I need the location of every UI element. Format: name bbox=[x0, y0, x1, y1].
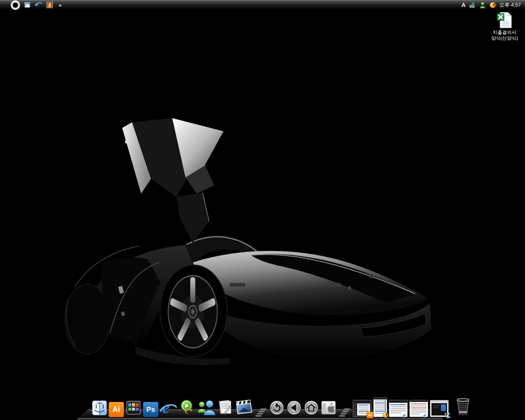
minimized-browser-window-2[interactable]: e bbox=[409, 400, 428, 417]
illustrator-label: Ai bbox=[113, 405, 120, 414]
minimized-illustrator-window[interactable]: Ai bbox=[353, 400, 372, 417]
desktop: e » A bbox=[0, 0, 525, 420]
trash-icon[interactable] bbox=[454, 397, 472, 417]
power-button-icon[interactable] bbox=[269, 400, 285, 417]
dock: Ai Ps e bbox=[92, 397, 472, 417]
internet-explorer-icon[interactable]: e bbox=[35, 1, 42, 9]
ime-indicator[interactable]: A bbox=[461, 2, 466, 8]
adobe-illustrator-icon[interactable]: Ai bbox=[109, 402, 124, 417]
dock-separator-stairs bbox=[339, 408, 350, 417]
minimized-browser-window-1[interactable]: e bbox=[389, 400, 408, 417]
orange-ball-status-icon[interactable] bbox=[489, 1, 496, 9]
msn-badge-icon bbox=[444, 412, 450, 418]
text-document-icon[interactable] bbox=[217, 399, 234, 417]
taskbar-clock[interactable]: 오후 4:57 bbox=[499, 2, 521, 9]
ie-badge-icon: e bbox=[423, 412, 430, 418]
adobe-photoshop-icon[interactable]: Ps bbox=[143, 402, 158, 417]
safely-remove-hardware-icon[interactable] bbox=[468, 1, 476, 9]
desktop-icon-excel-file[interactable]: 지출결의서 양식(신양식) bbox=[486, 11, 523, 41]
finder-icon[interactable] bbox=[92, 400, 107, 417]
illustrator-badge-icon: Ai bbox=[367, 412, 373, 418]
movie-clapper-icon[interactable] bbox=[235, 399, 253, 417]
ie-badge-icon: e bbox=[403, 412, 409, 418]
minimized-buddy-list-window[interactable] bbox=[373, 397, 387, 417]
messenger-online-icon[interactable] bbox=[479, 1, 486, 9]
desktop-icon-label: 지출결의서 양식(신양식) bbox=[491, 30, 518, 41]
media-player-office-icon[interactable] bbox=[179, 399, 195, 417]
start-orb-button[interactable] bbox=[11, 0, 20, 10]
outlook-express-icon[interactable] bbox=[24, 1, 31, 9]
excel-file-icon bbox=[496, 11, 513, 29]
msn-messenger-icon[interactable] bbox=[197, 400, 216, 417]
quicklaunch-overflow-chevron[interactable]: » bbox=[57, 2, 61, 8]
apple-box-icon[interactable] bbox=[321, 400, 336, 417]
home-button-icon[interactable] bbox=[304, 400, 319, 417]
orange-ball-badge-icon bbox=[382, 412, 389, 418]
minimized-messenger-chat-window[interactable] bbox=[430, 400, 449, 417]
dock-separator-stairs bbox=[256, 408, 266, 417]
back-button-icon[interactable] bbox=[286, 400, 302, 417]
internet-explorer-dock-icon[interactable]: e bbox=[160, 401, 177, 417]
app-drawer-icon[interactable] bbox=[126, 399, 142, 417]
menu-bar: e » A bbox=[0, 0, 525, 10]
wallpaper-lamborghini bbox=[0, 0, 525, 420]
photoshop-label: Ps bbox=[146, 406, 155, 414]
picture-viewer-icon[interactable] bbox=[46, 1, 53, 9]
